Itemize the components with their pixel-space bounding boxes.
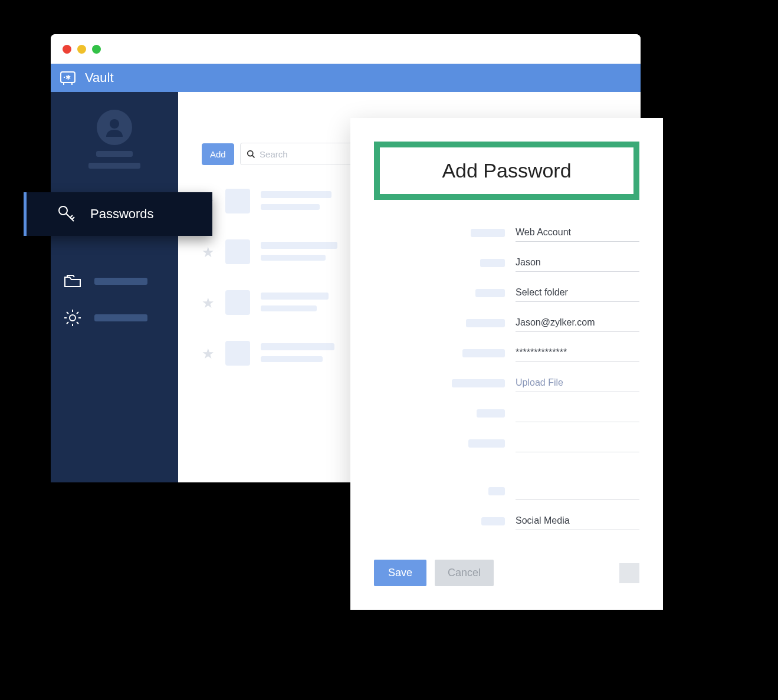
svg-point-11: [247, 151, 252, 156]
placeholder-line: [94, 314, 147, 321]
sidebar: Passwords: [51, 92, 178, 482]
placeholder-line: [96, 151, 133, 157]
sidebar-item-settings[interactable]: [51, 300, 178, 336]
key-icon: [56, 203, 77, 225]
svg-line-9: [72, 217, 74, 219]
folder-icon: [63, 271, 83, 291]
field-label-placeholder: [471, 229, 505, 237]
field-label-placeholder: [468, 439, 505, 448]
account-type-field[interactable]: [516, 224, 639, 242]
svg-line-8: [70, 215, 73, 218]
placeholder-line: [261, 305, 317, 311]
panel-extra-button[interactable]: [619, 563, 639, 583]
password-field[interactable]: [516, 344, 639, 362]
placeholder-line: [261, 255, 326, 261]
field-label-placeholder: [480, 259, 505, 267]
add-password-panel: Add Password Save Can: [350, 118, 663, 610]
avatar-icon: [97, 110, 132, 145]
panel-title: Add Password: [386, 159, 628, 182]
save-button[interactable]: Save: [374, 560, 426, 586]
item-thumbnail: [225, 239, 250, 264]
extra-field-3[interactable]: [516, 482, 639, 500]
item-thumbnail: [225, 341, 250, 366]
window-minimize-icon[interactable]: [77, 45, 86, 54]
extra-field-2[interactable]: [516, 434, 639, 452]
field-label-placeholder: [452, 379, 505, 387]
sidebar-item-folders[interactable]: [51, 263, 178, 300]
user-profile[interactable]: [51, 110, 178, 169]
field-label-placeholder: [475, 289, 505, 297]
app-header: ✱ Vault: [51, 64, 641, 92]
placeholder-line: [261, 293, 329, 300]
search-icon: [247, 149, 255, 159]
window-close-icon[interactable]: [63, 45, 71, 54]
svg-point-10: [70, 315, 75, 321]
field-label-placeholder: [462, 349, 505, 357]
add-button[interactable]: Add: [202, 143, 234, 165]
email-field[interactable]: [516, 314, 639, 332]
sidebar-item-label: Passwords: [90, 206, 154, 222]
placeholder-line: [261, 356, 323, 362]
cancel-button[interactable]: Cancel: [435, 560, 494, 586]
gear-icon: [63, 308, 83, 328]
svg-point-5: [110, 119, 119, 129]
field-label-placeholder: [481, 517, 505, 525]
placeholder-line: [261, 204, 320, 210]
svg-line-12: [252, 156, 255, 158]
item-thumbnail: [225, 189, 250, 213]
sidebar-item-passwords[interactable]: Passwords: [24, 192, 212, 236]
field-label-placeholder: [466, 319, 505, 327]
category-field[interactable]: [516, 512, 639, 530]
star-icon[interactable]: ★: [202, 295, 215, 311]
placeholder-line: [88, 163, 140, 169]
placeholder-line: [94, 278, 147, 285]
window-maximize-icon[interactable]: [92, 45, 101, 54]
item-thumbnail: [225, 290, 250, 315]
placeholder-line: [261, 343, 334, 350]
panel-actions: Save Cancel: [374, 560, 639, 586]
star-icon[interactable]: ★: [202, 244, 215, 261]
placeholder-line: [261, 242, 337, 249]
extra-field-1[interactable]: [516, 404, 639, 422]
star-icon[interactable]: ★: [202, 346, 215, 362]
placeholder-line: [261, 191, 331, 198]
field-label-placeholder: [488, 487, 505, 495]
vault-logo-icon: ✱: [59, 69, 77, 87]
window-titlebar: [51, 34, 641, 64]
svg-point-6: [59, 206, 67, 215]
name-field[interactable]: [516, 254, 639, 272]
file-field[interactable]: [516, 374, 639, 392]
folder-field[interactable]: [516, 284, 639, 302]
field-label-placeholder: [477, 409, 505, 418]
svg-text:✱: ✱: [65, 74, 71, 81]
app-title: Vault: [85, 70, 114, 86]
panel-title-frame: Add Password: [374, 142, 639, 200]
